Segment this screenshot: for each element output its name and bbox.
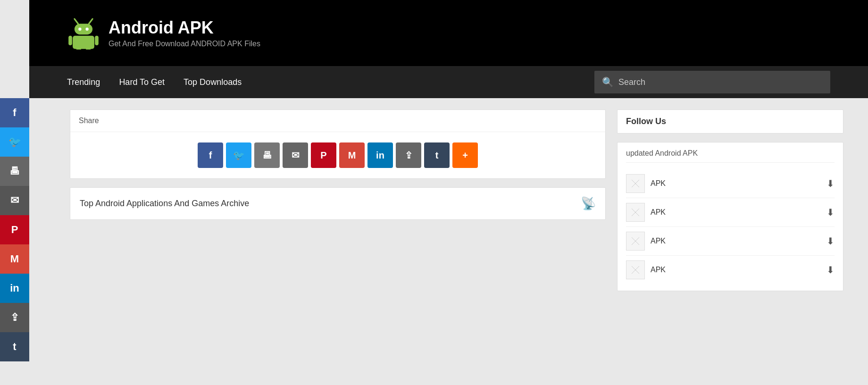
apk-thumb-3 <box>626 232 645 251</box>
share-gmail-btn[interactable]: M <box>339 142 365 168</box>
apk-label-2: APK <box>651 208 821 217</box>
download-icon-3[interactable]: ⬇ <box>826 235 835 247</box>
download-icon-2[interactable]: ⬇ <box>826 207 835 218</box>
archive-card: Top Android Applications And Games Archi… <box>70 187 606 220</box>
right-sidebar: Follow Us updated Android APK APK ⬇ APK <box>617 109 853 359</box>
share-more-btn[interactable]: + <box>452 142 478 168</box>
left-social-sidebar: f 🐦 🖶 ✉ P M in ⇪ t <box>0 98 29 361</box>
search-box: 🔍 <box>594 71 830 93</box>
sidebar-gmail-btn[interactable]: M <box>0 244 29 274</box>
sidebar-facebook-btn[interactable]: f <box>0 98 29 127</box>
apk-label-4: APK <box>651 266 821 274</box>
sidebar-pinterest-btn[interactable]: P <box>0 215 29 244</box>
follow-us-label: Follow Us <box>626 117 666 126</box>
main-content: Share f 🐦 🖶 ✉ P M in ⇪ t + Top Android A… <box>70 109 617 359</box>
download-icon-4[interactable]: ⬇ <box>826 264 835 276</box>
sidebar-print-btn[interactable]: 🖶 <box>0 157 29 186</box>
sidebar-linkedin-btn[interactable]: in <box>0 274 29 303</box>
rss-icon[interactable]: 📡 <box>581 196 596 211</box>
share-header: Share <box>70 110 605 132</box>
sidebar-twitter-btn[interactable]: 🐦 <box>0 127 29 157</box>
svg-point-3 <box>78 28 81 31</box>
apk-item-1: APK ⬇ <box>626 169 835 198</box>
download-icon-1[interactable]: ⬇ <box>826 178 835 189</box>
share-tumblr-btn[interactable]: t <box>424 142 450 168</box>
svg-rect-2 <box>75 24 92 34</box>
follow-us-card: Follow Us <box>617 109 843 134</box>
site-subtitle: Get And Free Download ANDROID APK Files <box>108 40 260 48</box>
apk-thumb-4 <box>626 260 645 279</box>
apk-thumb-2 <box>626 203 645 222</box>
nav-hard-to-get[interactable]: Hard To Get <box>119 77 165 87</box>
share-card: Share f 🐦 🖶 ✉ P M in ⇪ t + <box>70 109 606 179</box>
share-linkedin-btn[interactable]: in <box>367 142 393 168</box>
svg-line-0 <box>75 19 78 24</box>
search-icon: 🔍 <box>602 76 614 88</box>
sidebar-share-btn[interactable]: ⇪ <box>0 303 29 332</box>
sidebar-tumblr-btn[interactable]: t <box>0 332 29 361</box>
apk-label-3: APK <box>651 237 821 245</box>
share-facebook-btn[interactable]: f <box>198 142 223 168</box>
apk-item-2: APK ⬇ <box>626 198 835 227</box>
apk-label-1: APK <box>651 179 821 188</box>
updated-apk-section: updated Android APK APK ⬇ APK ⬇ <box>617 142 843 291</box>
share-icons-row: f 🐦 🖶 ✉ P M in ⇪ t + <box>70 132 605 178</box>
share-pinterest-btn[interactable]: P <box>311 142 336 168</box>
header-text-block: Android APK Get And Free Download ANDROI… <box>108 18 260 48</box>
sidebar-email-btn[interactable]: ✉ <box>0 186 29 215</box>
apk-item-3: APK ⬇ <box>626 227 835 256</box>
apk-item-4: APK ⬇ <box>626 256 835 284</box>
svg-point-4 <box>85 28 88 31</box>
share-share-btn[interactable]: ⇪ <box>396 142 421 168</box>
search-input[interactable] <box>618 77 823 87</box>
nav-links: Trending Hard To Get Top Downloads <box>67 77 576 87</box>
svg-line-1 <box>89 19 92 24</box>
svg-rect-6 <box>68 36 72 45</box>
svg-rect-7 <box>95 36 99 45</box>
site-header: Android APK Get And Free Download ANDROI… <box>29 0 868 66</box>
updated-apk-title: updated Android APK <box>626 149 835 163</box>
share-twitter-btn[interactable]: 🐦 <box>226 142 251 168</box>
nav-trending[interactable]: Trending <box>67 77 100 87</box>
share-print-btn[interactable]: 🖶 <box>254 142 280 168</box>
main-nav: Trending Hard To Get Top Downloads 🔍 <box>29 66 868 98</box>
apk-thumb-1 <box>626 174 645 193</box>
svg-rect-5 <box>73 36 94 49</box>
share-email-btn[interactable]: ✉ <box>283 142 308 168</box>
main-wrapper: Share f 🐦 🖶 ✉ P M in ⇪ t + Top Android A… <box>58 98 868 370</box>
nav-top-downloads[interactable]: Top Downloads <box>184 77 242 87</box>
site-title: Android APK <box>108 18 260 38</box>
android-logo-icon <box>67 17 100 50</box>
archive-title: Top Android Applications And Games Archi… <box>80 199 249 209</box>
